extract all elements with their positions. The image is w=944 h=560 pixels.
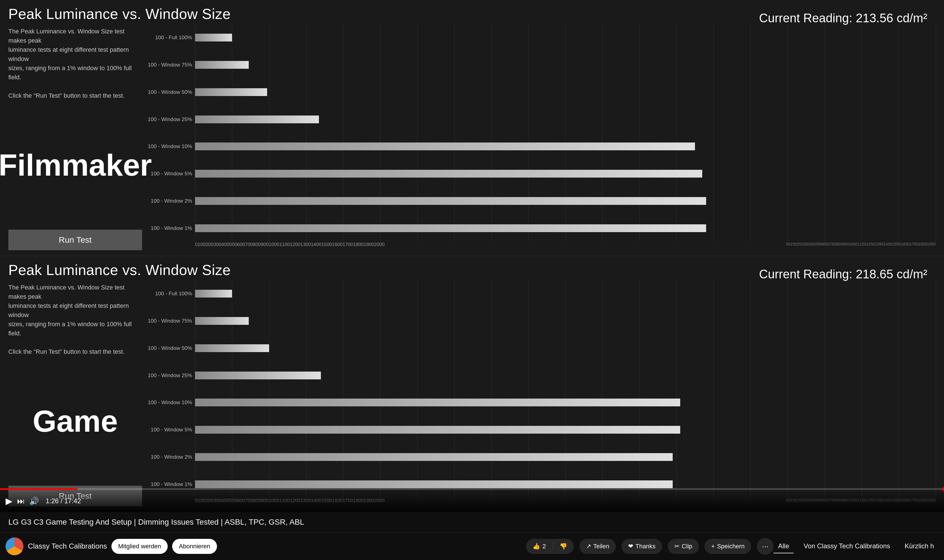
dislike-button[interactable]: 👎 [553,539,574,554]
play-button[interactable]: ▶ [6,496,12,506]
top-current-reading: Current Reading: 213.56 cd/m² [759,11,927,25]
x-sublabel: 950 [842,242,849,246]
bar-fill-3 [195,115,319,123]
chart-label-5: 100 - Window 5% [148,169,195,179]
share-icon: ↗ [586,543,591,550]
x-label: 700 [245,242,253,248]
video-full-title: LG G3 C3 Game Testing And Setup | Dimmin… [8,518,304,526]
volume-button[interactable]: 🔊 [29,497,39,506]
bottom-mode-label: Game [8,356,142,486]
bottom-current-reading: Current Reading: 218.65 cd/m² [759,267,927,281]
bar-fill-0 [195,34,232,42]
bar-fill-7 [195,224,706,232]
bar-row-4 [195,142,936,151]
bar-fill-2 [195,344,269,352]
bar-row-1 [195,60,936,70]
x-sublabel: 650 [823,242,829,246]
vgrid-line-20 [936,280,936,498]
top-chart-section: Peak Luminance vs. Window Size Current R… [0,0,944,256]
thanks-button[interactable]: ❤ Thanks [622,539,662,554]
chart-label-3: 100 - Window 25% [148,114,195,125]
top-chart-title: Peak Luminance vs. Window Size [8,6,231,22]
share-button[interactable]: ↗ Teilen [579,539,616,554]
action-bar: Classy Tech Calibrations Mitglied werden… [0,532,944,560]
chart-label-0: 100 - Full 100% [148,32,195,43]
bar-fill-0 [195,290,232,297]
chart-label-2: 100 - Window 50% [148,87,195,97]
like-icon: 👍 [532,543,540,550]
x-sublabel: 750 [829,242,836,246]
x-label: 200 [205,242,213,248]
chart-label-0: 100 - Full 100% [148,289,195,298]
save-icon: + [711,543,715,550]
chart-label-6: 100 - Window 2% [148,452,195,462]
bottom-chart-wrapper: 100 - Full 100%100 - Window 75%100 - Win… [148,280,936,509]
bottom-description: The Peak Luminance vs. Window Size test … [8,283,142,356]
like-group: 👍 2 👎 [526,539,574,554]
x-sublabel: 1650 [901,242,910,246]
bar-fill-5 [195,426,680,434]
bar-row-7 [195,479,936,489]
bar-row-3 [195,114,936,125]
clip-button[interactable]: ✂ Clip [668,539,699,554]
subscribe-button[interactable]: Abonnieren [172,539,217,554]
x-sublabel: 1450 [884,242,892,246]
bar-row-5 [195,425,936,435]
bar-fill-5 [195,170,702,178]
bar-fill-2 [195,88,267,96]
next-button[interactable]: ⏭ [17,497,25,506]
video-content: Peak Luminance vs. Window Size Current R… [0,0,944,512]
timestamp: 1:26 / 17:42 [46,497,81,505]
tab-all[interactable]: Alle [774,539,794,553]
bar-row-6 [195,196,936,206]
x-label: 1600 [332,242,342,248]
bar-row-3 [195,371,936,380]
join-button[interactable]: Mitglied werden [111,539,168,554]
vgrid-line-20 [936,24,936,242]
x-sublabel: 550 [816,242,823,246]
right-section: Alle Von Classy Tech Calibrations Kürzli… [774,539,938,553]
x-label: 1900 [364,242,374,248]
bar-row-6 [195,452,936,462]
thanks-icon: ❤ [628,543,633,550]
x-label: 1100 [279,242,290,248]
bottom-bars-container [195,280,936,498]
x-sublabel: 350 [803,242,810,246]
like-count: 2 [542,543,546,550]
top-section-left: The Peak Luminance vs. Window Size test … [8,24,142,253]
like-button[interactable]: 👍 2 [526,539,552,554]
tab-recent[interactable]: Kürzlich h [900,539,938,553]
x-sublabel: 1250 [866,242,875,246]
top-chart-area: 100 - Full 100%100 - Window 75%100 - Win… [148,24,936,253]
channel-info: Classy Tech Calibrations Mitglied werden… [6,537,526,555]
bar-row-4 [195,397,936,408]
chart-label-3: 100 - Window 25% [148,371,195,380]
bar-fill-3 [195,372,321,379]
top-run-test-button[interactable]: Run Test [8,229,142,250]
x-sublabel: 1350 [875,242,884,246]
bottom-chart-section: Peak Luminance vs. Window Size Current R… [0,256,944,512]
top-chart-labels: 100 - Full 100%100 - Window 75%100 - Win… [148,24,195,242]
x-label: 500 [229,242,237,248]
more-button[interactable]: ··· [757,538,774,555]
x-label: 1700 [342,242,353,248]
chart-label-2: 100 - Window 50% [148,343,195,353]
x-sublabel: 50 [786,242,791,246]
bottom-section-left: The Peak Luminance vs. Window Size test … [8,280,142,509]
save-button[interactable]: + Speichern [705,539,751,554]
x-label: 300 [213,242,221,248]
x-label: 800 [253,242,261,248]
bar-row-7 [195,223,936,233]
x-sublabel: 250 [797,242,803,246]
video-controls: ▶ ⏭ 🔊 1:26 / 17:42 [0,490,944,512]
top-x-axis: 0100200300400500600700800900100011001200… [195,242,936,253]
x-label: 2000 [374,242,385,248]
bar-row-2 [195,87,936,97]
tab-from-channel[interactable]: Von Classy Tech Calibrations [799,539,895,553]
chart-label-1: 100 - Window 75% [148,316,195,326]
clip-icon: ✂ [674,543,679,550]
bar-fill-1 [195,61,249,69]
x-label: 400 [221,242,229,248]
chart-label-1: 100 - Window 75% [148,60,195,70]
x-label: 1500 [321,242,332,248]
